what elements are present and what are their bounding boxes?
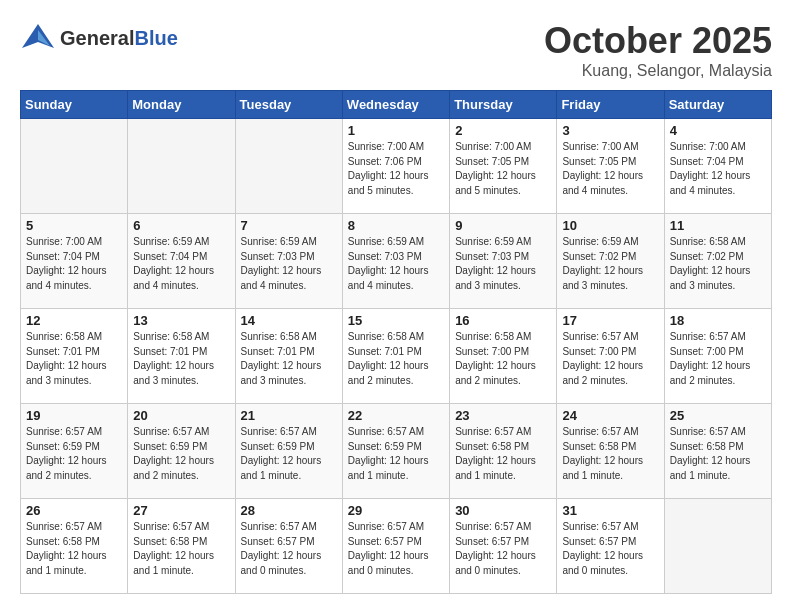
calendar-cell: 31Sunrise: 6:57 AMSunset: 6:57 PMDayligh… [557,499,664,594]
day-number: 12 [26,313,122,328]
weekday-header-monday: Monday [128,91,235,119]
calendar-cell: 11Sunrise: 6:58 AMSunset: 7:02 PMDayligh… [664,214,771,309]
day-info: Sunrise: 6:57 AMSunset: 7:00 PMDaylight:… [670,330,766,388]
day-info: Sunrise: 7:00 AMSunset: 7:04 PMDaylight:… [670,140,766,198]
day-number: 11 [670,218,766,233]
weekday-header-saturday: Saturday [664,91,771,119]
day-number: 21 [241,408,337,423]
day-number: 31 [562,503,658,518]
day-info: Sunrise: 6:57 AMSunset: 6:57 PMDaylight:… [562,520,658,578]
day-number: 20 [133,408,229,423]
month-title: October 2025 [544,20,772,62]
day-info: Sunrise: 6:57 AMSunset: 6:58 PMDaylight:… [133,520,229,578]
day-info: Sunrise: 6:58 AMSunset: 7:02 PMDaylight:… [670,235,766,293]
calendar-cell: 14Sunrise: 6:58 AMSunset: 7:01 PMDayligh… [235,309,342,404]
logo-text: GeneralBlue [60,27,178,49]
calendar-cell: 9Sunrise: 6:59 AMSunset: 7:03 PMDaylight… [450,214,557,309]
day-info: Sunrise: 6:58 AMSunset: 7:01 PMDaylight:… [348,330,444,388]
day-number: 16 [455,313,551,328]
day-info: Sunrise: 6:59 AMSunset: 7:03 PMDaylight:… [348,235,444,293]
week-row-3: 12Sunrise: 6:58 AMSunset: 7:01 PMDayligh… [21,309,772,404]
logo-general: General [60,27,134,49]
weekday-header-thursday: Thursday [450,91,557,119]
calendar-cell [21,119,128,214]
day-info: Sunrise: 6:57 AMSunset: 6:59 PMDaylight:… [241,425,337,483]
calendar-cell: 3Sunrise: 7:00 AMSunset: 7:05 PMDaylight… [557,119,664,214]
week-row-5: 26Sunrise: 6:57 AMSunset: 6:58 PMDayligh… [21,499,772,594]
week-row-4: 19Sunrise: 6:57 AMSunset: 6:59 PMDayligh… [21,404,772,499]
day-number: 27 [133,503,229,518]
day-number: 1 [348,123,444,138]
day-number: 24 [562,408,658,423]
calendar-cell: 28Sunrise: 6:57 AMSunset: 6:57 PMDayligh… [235,499,342,594]
calendar-cell: 5Sunrise: 7:00 AMSunset: 7:04 PMDaylight… [21,214,128,309]
day-info: Sunrise: 7:00 AMSunset: 7:05 PMDaylight:… [455,140,551,198]
day-number: 14 [241,313,337,328]
day-info: Sunrise: 6:59 AMSunset: 7:04 PMDaylight:… [133,235,229,293]
day-info: Sunrise: 6:57 AMSunset: 6:57 PMDaylight:… [348,520,444,578]
day-number: 4 [670,123,766,138]
logo-blue: Blue [134,27,177,49]
day-number: 10 [562,218,658,233]
day-info: Sunrise: 6:57 AMSunset: 6:58 PMDaylight:… [562,425,658,483]
day-info: Sunrise: 6:57 AMSunset: 6:59 PMDaylight:… [133,425,229,483]
day-number: 7 [241,218,337,233]
weekday-header-row: SundayMondayTuesdayWednesdayThursdayFrid… [21,91,772,119]
calendar-cell: 7Sunrise: 6:59 AMSunset: 7:03 PMDaylight… [235,214,342,309]
calendar-cell: 8Sunrise: 6:59 AMSunset: 7:03 PMDaylight… [342,214,449,309]
calendar-cell: 17Sunrise: 6:57 AMSunset: 7:00 PMDayligh… [557,309,664,404]
logo-icon [20,20,56,56]
calendar-cell: 26Sunrise: 6:57 AMSunset: 6:58 PMDayligh… [21,499,128,594]
day-info: Sunrise: 6:57 AMSunset: 6:58 PMDaylight:… [670,425,766,483]
day-info: Sunrise: 6:57 AMSunset: 6:57 PMDaylight:… [241,520,337,578]
calendar-cell: 4Sunrise: 7:00 AMSunset: 7:04 PMDaylight… [664,119,771,214]
day-number: 22 [348,408,444,423]
calendar: SundayMondayTuesdayWednesdayThursdayFrid… [20,90,772,594]
day-info: Sunrise: 7:00 AMSunset: 7:06 PMDaylight:… [348,140,444,198]
week-row-1: 1Sunrise: 7:00 AMSunset: 7:06 PMDaylight… [21,119,772,214]
location-title: Kuang, Selangor, Malaysia [544,62,772,80]
day-info: Sunrise: 6:58 AMSunset: 7:01 PMDaylight:… [133,330,229,388]
calendar-cell: 20Sunrise: 6:57 AMSunset: 6:59 PMDayligh… [128,404,235,499]
day-number: 25 [670,408,766,423]
calendar-cell [235,119,342,214]
day-info: Sunrise: 6:57 AMSunset: 6:58 PMDaylight:… [26,520,122,578]
day-number: 2 [455,123,551,138]
title-area: October 2025 Kuang, Selangor, Malaysia [544,20,772,80]
day-number: 17 [562,313,658,328]
day-info: Sunrise: 6:57 AMSunset: 6:59 PMDaylight:… [348,425,444,483]
day-info: Sunrise: 6:59 AMSunset: 7:03 PMDaylight:… [241,235,337,293]
weekday-header-tuesday: Tuesday [235,91,342,119]
day-info: Sunrise: 6:59 AMSunset: 7:03 PMDaylight:… [455,235,551,293]
day-info: Sunrise: 6:57 AMSunset: 6:59 PMDaylight:… [26,425,122,483]
day-number: 3 [562,123,658,138]
week-row-2: 5Sunrise: 7:00 AMSunset: 7:04 PMDaylight… [21,214,772,309]
day-number: 5 [26,218,122,233]
calendar-cell: 2Sunrise: 7:00 AMSunset: 7:05 PMDaylight… [450,119,557,214]
day-info: Sunrise: 6:58 AMSunset: 7:01 PMDaylight:… [26,330,122,388]
calendar-cell: 22Sunrise: 6:57 AMSunset: 6:59 PMDayligh… [342,404,449,499]
calendar-cell: 29Sunrise: 6:57 AMSunset: 6:57 PMDayligh… [342,499,449,594]
day-number: 13 [133,313,229,328]
day-number: 6 [133,218,229,233]
calendar-cell: 25Sunrise: 6:57 AMSunset: 6:58 PMDayligh… [664,404,771,499]
logo: GeneralBlue [20,20,178,56]
day-number: 28 [241,503,337,518]
day-info: Sunrise: 6:58 AMSunset: 7:00 PMDaylight:… [455,330,551,388]
calendar-cell: 27Sunrise: 6:57 AMSunset: 6:58 PMDayligh… [128,499,235,594]
day-number: 9 [455,218,551,233]
day-info: Sunrise: 7:00 AMSunset: 7:05 PMDaylight:… [562,140,658,198]
day-info: Sunrise: 6:57 AMSunset: 6:57 PMDaylight:… [455,520,551,578]
calendar-cell [664,499,771,594]
weekday-header-wednesday: Wednesday [342,91,449,119]
day-info: Sunrise: 6:57 AMSunset: 6:58 PMDaylight:… [455,425,551,483]
calendar-cell: 13Sunrise: 6:58 AMSunset: 7:01 PMDayligh… [128,309,235,404]
day-number: 19 [26,408,122,423]
calendar-cell: 21Sunrise: 6:57 AMSunset: 6:59 PMDayligh… [235,404,342,499]
calendar-cell: 12Sunrise: 6:58 AMSunset: 7:01 PMDayligh… [21,309,128,404]
day-info: Sunrise: 7:00 AMSunset: 7:04 PMDaylight:… [26,235,122,293]
day-number: 29 [348,503,444,518]
calendar-cell: 19Sunrise: 6:57 AMSunset: 6:59 PMDayligh… [21,404,128,499]
day-info: Sunrise: 6:59 AMSunset: 7:02 PMDaylight:… [562,235,658,293]
header: GeneralBlue October 2025 Kuang, Selangor… [20,20,772,80]
